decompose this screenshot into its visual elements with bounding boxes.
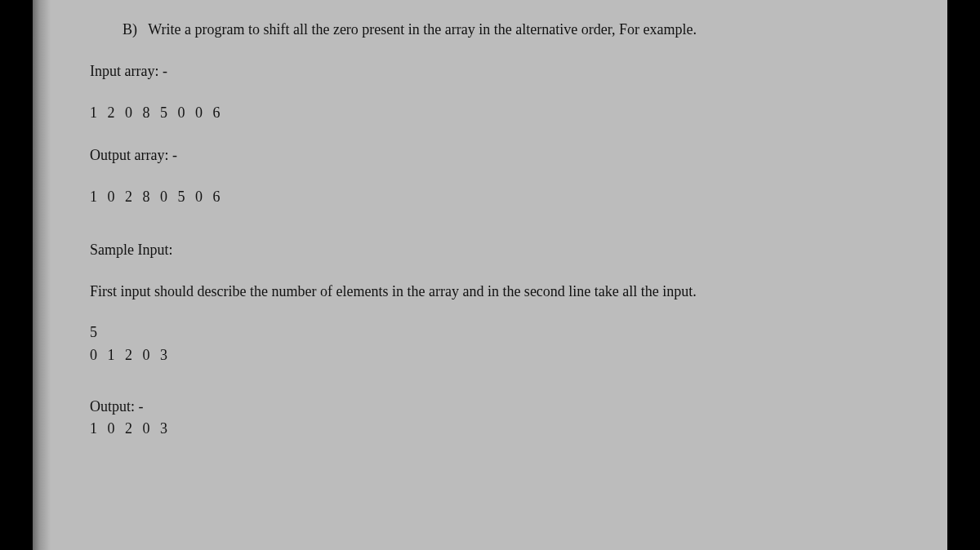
sample-input-heading: Sample Input: bbox=[90, 240, 890, 260]
sample-input-values: 0 1 2 0 3 bbox=[90, 346, 890, 365]
sample-input-block: 5 0 1 2 0 3 bbox=[90, 323, 890, 365]
sample-n: 5 bbox=[90, 323, 890, 342]
sample-output-block: Output: - 1 0 2 0 3 bbox=[90, 397, 890, 439]
question-prompt: Write a program to shift all the zero pr… bbox=[148, 21, 697, 38]
output-array-label: Output array: - bbox=[90, 145, 890, 166]
output-array-values: 1 0 2 8 0 5 0 6 bbox=[90, 187, 890, 207]
input-array-label: Input array: - bbox=[90, 61, 890, 82]
sample-input-description: First input should describe the number o… bbox=[90, 282, 890, 302]
sample-output-label: Output: - bbox=[90, 397, 890, 416]
input-array-values: 1 2 0 8 5 0 0 6 bbox=[90, 103, 890, 123]
question-label: B) bbox=[122, 21, 137, 38]
sample-output-values: 1 0 2 0 3 bbox=[90, 419, 890, 438]
document-page: B) Write a program to shift all the zero… bbox=[33, 0, 947, 550]
question-title: B) Write a program to shift all the zero… bbox=[122, 20, 890, 40]
